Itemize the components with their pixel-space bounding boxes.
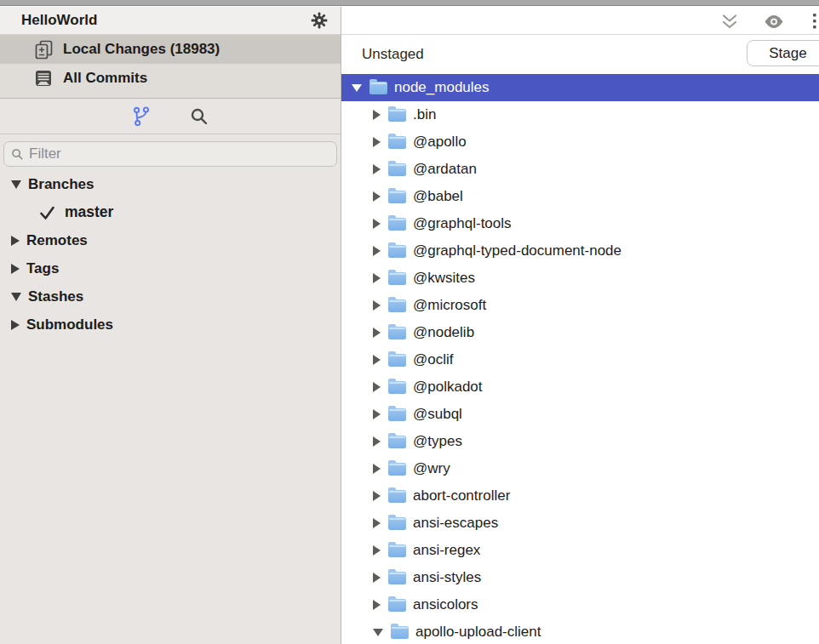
folder-name: @ardatan [413,161,477,178]
disclosure-triangle[interactable] [373,328,381,338]
file-tree-row-node_modules[interactable]: node_modules [341,74,819,101]
file-tree-row-@wry[interactable]: @wry [341,455,819,482]
file-tree-row-@babel[interactable]: @babel [341,183,819,210]
file-tree-row-@oclif[interactable]: @oclif [341,346,819,373]
folder-icon [388,599,406,612]
file-tree-row-ansi-styles[interactable]: ansi-styles [341,564,819,591]
file-tree-row-@nodelib[interactable]: @nodelib [341,319,819,346]
sidebar-tree: BranchesmasterRemotesTagsStashesSubmodul… [0,170,341,339]
folder-icon [388,299,406,312]
sidebar-tree-item-submodules[interactable]: Submodules [0,311,341,339]
sidebar-tree-item-branches[interactable]: Branches [0,170,341,198]
disclosure-triangle[interactable] [352,84,362,92]
folder-icon [388,272,406,285]
disclosure-triangle[interactable] [373,137,381,147]
disclosure-triangle[interactable] [373,573,381,583]
folder-name: node_modules [394,79,490,96]
file-tree-row-@graphql-tools[interactable]: @graphql-tools [341,210,819,237]
folder-name: @babel [413,188,463,205]
commits-stack-icon [32,67,54,89]
folder-icon [388,436,406,448]
disclosure-triangle[interactable] [11,180,21,189]
disclosure-triangle[interactable] [11,320,20,330]
diff-document-icon [32,38,54,60]
disclosure-triangle[interactable] [373,219,381,229]
filter-input[interactable] [29,145,329,162]
sidebar-tree-item-remotes[interactable]: Remotes [0,226,341,254]
disclosure-triangle[interactable] [373,545,381,556]
folder-icon [388,490,406,503]
stage-button[interactable]: Stage [747,40,819,66]
disclosure-triangle[interactable] [373,491,381,501]
disclosure-triangle[interactable] [11,293,21,301]
folder-name: apollo-upload-client [415,624,541,641]
gear-icon[interactable] [310,11,329,30]
file-tree-row-@kwsites[interactable]: @kwsites [341,265,819,292]
folder-name: .bin [413,106,436,123]
file-tree-row-@apollo[interactable]: @apollo [341,128,819,156]
disclosure-triangle[interactable] [373,409,381,419]
disclosure-triangle[interactable] [11,236,20,246]
sidebar-tree-label: Submodules [26,316,113,333]
sidebar-item-label: All Commits [63,70,147,87]
collapse-all-chevrons-icon[interactable] [719,10,741,32]
disclosure-triangle[interactable] [373,355,381,365]
disclosure-triangle[interactable] [373,246,381,256]
file-tree-row-@ardatan[interactable]: @ardatan [341,156,819,183]
sidebar-tree-item-master[interactable]: master [0,198,341,226]
folder-icon [369,82,387,94]
repo-title: HelloWorld [21,12,310,29]
sidebar-tree-item-stashes[interactable]: Stashes [0,282,341,311]
disclosure-triangle[interactable] [373,518,381,528]
sidebar-tree-label: Remotes [26,232,88,249]
sidebar-tree-label: Tags [26,260,59,277]
file-tree-row-ansi-escapes[interactable]: ansi-escapes [341,510,819,537]
disclosure-triangle[interactable] [11,264,20,274]
overflow-dots-icon[interactable] [809,10,819,32]
folder-name: ansicolors [413,596,478,613]
filter-area [3,141,337,167]
folder-icon [388,517,406,530]
folder-icon [388,327,406,339]
folder-name: @nodelib [413,324,474,341]
file-tree-row-@subql[interactable]: @subql [341,401,819,428]
sidebar: HelloWorld [0,7,341,644]
disclosure-triangle[interactable] [373,164,381,174]
file-tree-row-@microsoft[interactable]: @microsoft [341,292,819,319]
disclosure-triangle[interactable] [373,382,381,392]
git-branch-icon[interactable] [129,104,154,129]
disclosure-triangle[interactable] [373,600,381,610]
file-tree-row-@types[interactable]: @types [341,428,819,455]
disclosure-triangle[interactable] [373,110,381,120]
folder-name: ansi-regex [413,542,480,559]
file-tree-row-@graphql-typed-document-node[interactable]: @graphql-typed-document-node [341,237,819,265]
sidebar-nav-list: Local Changes (18983) All Commits [0,35,341,99]
file-tree-row-ansi-regex[interactable]: ansi-regex [341,537,819,564]
folder-name: @subql [413,406,462,423]
file-tree-row-@polkadot[interactable]: @polkadot [341,373,819,401]
magnifier-icon [11,148,24,161]
eye-icon[interactable] [763,10,785,32]
search-icon[interactable] [186,104,212,129]
section-label: Unstaged [362,46,424,63]
sidebar-item-local-changes[interactable]: Local Changes (18983) [0,35,341,64]
folder-icon [388,218,406,231]
disclosure-triangle[interactable] [373,191,381,202]
sidebar-item-all-commits[interactable]: All Commits [0,64,341,93]
disclosure-triangle[interactable] [373,629,383,636]
file-tree-row-apollo-upload-client[interactable]: apollo-upload-client [341,618,819,644]
folder-name: @microsoft [413,297,486,314]
filter-field[interactable] [3,141,337,167]
disclosure-triangle[interactable] [373,273,381,283]
app-window: HelloWorld [0,0,819,644]
file-tree-row-.bin[interactable]: .bin [341,101,819,128]
file-tree-row-abort-controller[interactable]: abort-controller [341,482,819,510]
sidebar-tree-item-tags[interactable]: Tags [0,254,341,282]
disclosure-triangle[interactable] [373,436,381,447]
disclosure-triangle[interactable] [373,464,381,474]
disclosure-triangle[interactable] [373,300,381,311]
folder-icon [388,191,406,203]
sidebar-item-label: Local Changes (18983) [63,41,220,58]
file-tree-row-ansicolors[interactable]: ansicolors [341,591,819,618]
window-top-strip [0,0,819,6]
